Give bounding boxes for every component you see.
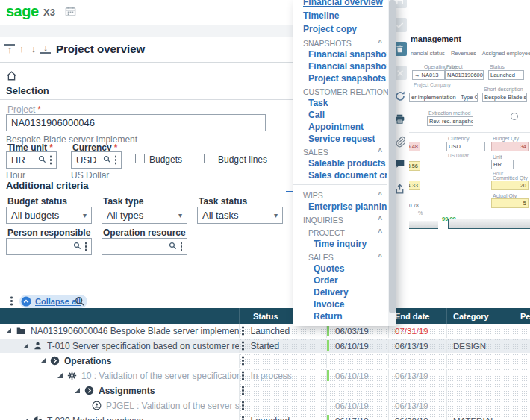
menu-section-project[interactable]: PROJECT^: [293, 225, 387, 238]
expander-icon[interactable]: [40, 358, 46, 363]
calendar-icon[interactable]: [65, 6, 76, 17]
budget-status-select[interactable]: All budgets▾: [6, 207, 92, 224]
menu-item-return[interactable]: Return: [293, 310, 387, 322]
expander-icon[interactable]: [57, 373, 63, 378]
search-icon[interactable]: [38, 154, 46, 166]
menu-item-financial-snapshot-co[interactable]: Financial snapshot co...: [293, 60, 387, 72]
row-menu-icon[interactable]: [242, 330, 244, 332]
project-input[interactable]: NA0131906000046: [6, 114, 266, 131]
table-row[interactable]: NA0131906000046 Bespoke Blade server imp…: [0, 324, 530, 338]
column-header[interactable]: [0, 308, 239, 324]
description-input[interactable]: er implementation - Type C -: [409, 93, 478, 102]
menu-item-sales-document-creation[interactable]: Sales document creation: [293, 169, 387, 181]
menu-section-wips[interactable]: WIPS^: [293, 188, 387, 201]
menu-item-saleable-products[interactable]: Saleable products: [293, 157, 387, 169]
search-icon[interactable]: [73, 241, 81, 252]
currency-input[interactable]: USD: [71, 151, 122, 169]
last-record-icon[interactable]: ↓: [40, 43, 51, 54]
menu-item-project-snapshots[interactable]: Project snapshots: [293, 72, 387, 84]
previous-record-icon[interactable]: ↑: [16, 43, 27, 54]
panel-project-input[interactable]: NA0131906000046: [445, 70, 484, 80]
percent-label: %: [418, 210, 423, 216]
menu-item-call[interactable]: Call: [293, 109, 387, 121]
chevron-down-icon: ▾: [274, 211, 278, 219]
menu-item-invoice[interactable]: Invoice: [293, 298, 387, 310]
time-unit-input[interactable]: HR: [6, 151, 57, 169]
column-header-pe[interactable]: Pe: [514, 308, 530, 324]
panel-tab[interactable]: Revenues: [451, 50, 476, 57]
table-row[interactable]: PJGEL : Validation of the server specifi…: [0, 398, 530, 413]
search-icon[interactable]: [103, 154, 111, 166]
field-menu-icon[interactable]: [115, 159, 117, 161]
field-menu-icon[interactable]: [85, 245, 87, 248]
home-icon[interactable]: [6, 70, 17, 81]
operation-resource-input[interactable]: [102, 238, 187, 255]
menu-item-quotes[interactable]: Quotes: [293, 263, 387, 275]
grid-menu-icon[interactable]: [10, 300, 13, 302]
short-description-input[interactable]: Bespoke Blade server - T: [482, 93, 527, 102]
unit-input[interactable]: HR: [491, 160, 514, 169]
panel-currency-input[interactable]: USD: [446, 142, 485, 151]
menu-item-label: Financial snapshots: [308, 49, 387, 60]
column-header-end-date[interactable]: End date: [388, 308, 446, 324]
task-status-select[interactable]: All tasks▾: [197, 207, 283, 224]
next-record-icon[interactable]: ↓: [28, 43, 39, 54]
product-label: X3: [43, 7, 55, 18]
budget-lines-checkbox[interactable]: [204, 154, 213, 163]
table-row[interactable]: 10 : Validation of the server specificat…: [0, 369, 530, 383]
tree-cell: T-010 Server specification based on cust…: [0, 339, 239, 353]
menu-section-sales[interactable]: SALES^: [293, 250, 387, 263]
menu-scrollbar-thumb[interactable]: [389, 0, 396, 313]
person-responsible-input[interactable]: [6, 238, 92, 255]
row-menu-icon[interactable]: [242, 360, 244, 362]
menu-section-sales[interactable]: SALES^: [293, 145, 387, 157]
row-menu-icon[interactable]: [242, 404, 244, 407]
column-header-category[interactable]: Category: [446, 308, 514, 324]
row-menu-icon[interactable]: [242, 374, 244, 377]
dropdown-menu: Financial overviewTimelineProject copySN…: [293, 0, 396, 326]
task-type-select[interactable]: All types▾: [102, 207, 187, 224]
field-menu-icon[interactable]: [181, 245, 183, 248]
check-icon: [395, 20, 405, 30]
table-row[interactable]: Operations: [0, 354, 530, 368]
menu-item-enterprise-planning[interactable]: Enterprise planning: [293, 201, 387, 213]
budgets-checkbox[interactable]: [135, 154, 145, 163]
menu-item-financial-overview[interactable]: Financial overview: [293, 0, 387, 9]
field-menu-icon[interactable]: [50, 159, 52, 161]
status-label: In process: [251, 371, 292, 381]
menu-item-task[interactable]: Task: [293, 97, 387, 109]
menu-section-inquiries[interactable]: INQUIRIES^: [293, 213, 387, 225]
menu-section-snapshots[interactable]: SNAPSHOTS^: [293, 36, 387, 48]
panel-currency-label: Currency: [448, 136, 469, 141]
category-cell: [446, 398, 514, 413]
person-cell: [514, 369, 530, 383]
menu-item-time-inquiry[interactable]: Time inquiry: [293, 238, 387, 250]
menu-item-appointment[interactable]: Appointment: [293, 121, 387, 133]
expander-icon[interactable]: [6, 328, 11, 333]
menu-section-customer-relation[interactable]: CUSTOMER RELATION^: [293, 84, 387, 97]
radio-button[interactable]: [511, 113, 518, 120]
panel-status-input[interactable]: Launched: [488, 70, 524, 80]
menu-item-delivery[interactable]: Delivery: [293, 286, 387, 298]
row-menu-icon[interactable]: [242, 389, 244, 392]
menu-item-timeline[interactable]: Timeline: [293, 9, 387, 22]
table-row[interactable]: T-020 Material purchaseLaunched06/17/190…: [0, 413, 530, 420]
expander-icon[interactable]: [23, 343, 28, 348]
grid-search-icon[interactable]: [75, 296, 85, 307]
operating-site-input[interactable]: → NA013: [412, 70, 445, 80]
extraction-method-input[interactable]: Rev. rec. snapshot: [427, 116, 473, 126]
menu-item-label: Saleable products: [308, 158, 385, 169]
menu-item-order[interactable]: Order: [293, 275, 387, 286]
row-menu-icon[interactable]: [242, 345, 244, 347]
table-row[interactable]: T-010 Server specification based on cust…: [0, 339, 530, 353]
menu-item-financial-snapshots[interactable]: Financial snapshots: [293, 48, 387, 60]
menu-item-service-request[interactable]: Service request: [293, 133, 387, 145]
panel-tab[interactable]: nancial status: [411, 50, 445, 57]
menu-item-project-copy[interactable]: Project copy: [293, 22, 387, 36]
panel-tab[interactable]: Assigned employees: [482, 50, 530, 57]
table-row[interactable]: Assignments: [0, 383, 530, 398]
expander-icon[interactable]: [75, 388, 80, 393]
collapse-all-link[interactable]: Collapse all: [35, 297, 81, 306]
first-record-icon[interactable]: ↑: [4, 44, 15, 54]
search-icon[interactable]: [169, 241, 177, 252]
